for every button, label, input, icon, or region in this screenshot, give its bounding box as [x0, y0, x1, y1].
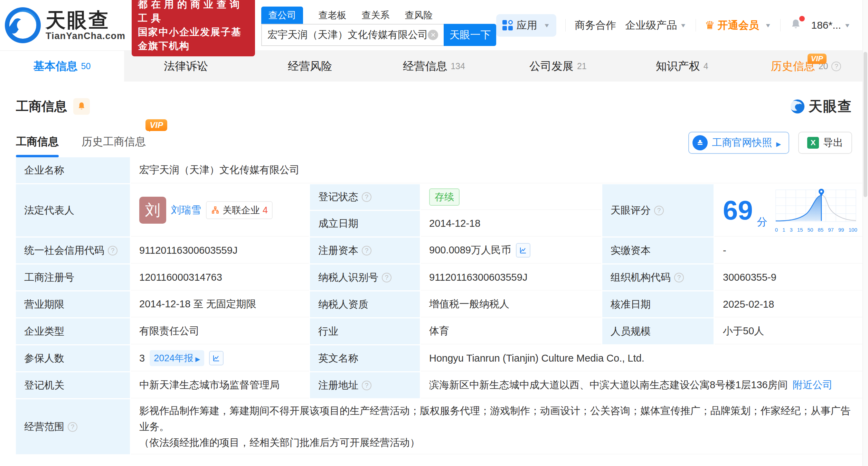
watermark-logo: 天眼查 — [790, 97, 852, 116]
scope-note-text: （依法须经批准的项目，经相关部门批准后方可开展经营活动） — [139, 435, 858, 450]
tab-legal-litigation[interactable]: 法律诉讼 — [124, 51, 248, 82]
tab-label: 经营信息 — [403, 59, 447, 74]
report-label: 2024年报 — [154, 352, 193, 364]
vip-badge: VIP — [145, 119, 167, 131]
help-icon[interactable] — [362, 192, 371, 202]
tianyancha-swirl-icon — [5, 7, 41, 43]
help-icon[interactable] — [674, 273, 684, 282]
field-value-business-scope: 影视作品制作筹建，筹建期间不得开展该项目的生产经营活动；版权服务代理；游戏制作；… — [131, 399, 866, 454]
help-icon[interactable] — [831, 62, 841, 71]
scrollbar-thumb[interactable] — [864, 52, 867, 197]
tab-operating-risk[interactable]: 经营风险 — [248, 51, 372, 82]
section-title: 工商信息 — [16, 98, 67, 115]
tab-intellectual-property[interactable]: 知识产权 4 — [620, 51, 744, 82]
page-scrollbar[interactable] — [862, 0, 868, 466]
nav-vip-label: 开通会员 — [718, 18, 759, 32]
business-info-table: 企业名称 宏宇天润（天津）文化传媒有限公司 法定代表人 刘 刘瑞雪 关联企业 4… — [16, 157, 852, 454]
field-label-company-name: 企业名称 — [16, 157, 130, 183]
help-icon[interactable] — [68, 422, 77, 432]
brand-name: 天眼查 — [46, 9, 125, 31]
help-icon[interactable] — [362, 381, 371, 390]
help-icon[interactable] — [362, 246, 371, 255]
account-phone: 186*... — [811, 19, 841, 31]
field-label-approval-date: 核准日期 — [602, 291, 714, 317]
legal-rep-name-link[interactable]: 刘瑞雪 — [171, 203, 201, 217]
caret-down-icon — [844, 22, 851, 28]
subtab-history-business-info[interactable]: 历史工商信息 VIP — [82, 134, 146, 157]
nav-account[interactable]: 186*... — [811, 19, 851, 31]
promo-line1: 都在用的商业查询工具 — [138, 0, 249, 25]
annual-report-badge[interactable]: 2024年报 — [150, 350, 204, 366]
vip-badge: VIP — [808, 54, 827, 64]
field-label-uscc: 统一社会信用代码 — [16, 237, 130, 263]
scope-main-text: 影视作品制作筹建，筹建期间不得开展该项目的生产经营活动；版权服务代理；游戏制作；… — [139, 403, 858, 435]
trend-icon — [519, 246, 527, 254]
nav-cooperation[interactable]: 商务合作 — [575, 18, 616, 32]
subtab-business-info[interactable]: 工商信息 — [16, 134, 59, 157]
score-value: 69 — [723, 197, 753, 224]
legal-rep-avatar[interactable]: 刘 — [139, 197, 166, 224]
field-label-company-type: 企业类型 — [16, 318, 130, 344]
excel-icon — [807, 137, 819, 149]
insured-trend-button[interactable] — [209, 351, 224, 365]
bell-icon — [76, 101, 87, 112]
help-icon[interactable] — [382, 273, 391, 282]
tab-history-info[interactable]: VIP 历史信息 20 — [744, 51, 868, 82]
field-label-registered-capital: 注册资本 — [310, 237, 420, 263]
divider — [696, 19, 696, 31]
search-tab-company[interactable]: 查公司 — [261, 7, 303, 24]
search-tab-risk[interactable]: 查风险 — [405, 7, 433, 24]
field-value-uscc: 91120116300603559J — [131, 237, 309, 263]
notification-bell[interactable] — [790, 18, 802, 33]
field-label-taxpayer-id: 纳税人识别号 — [310, 264, 420, 290]
clear-icon[interactable] — [428, 30, 438, 40]
field-label-english-name: 英文名称 — [310, 345, 420, 371]
nav-enterprise[interactable]: 企业级产品 — [625, 18, 687, 32]
search-tab-boss[interactable]: 查老板 — [318, 7, 346, 24]
caret-down-icon — [765, 22, 772, 28]
search-input[interactable]: 宏宇天润（天津）文化传媒有限公司 — [261, 24, 444, 46]
field-value-registration-number: 120116000314763 — [131, 264, 309, 290]
help-icon[interactable] — [108, 246, 117, 255]
divider — [565, 19, 566, 31]
stamp-icon — [692, 135, 708, 150]
subtab-label: 历史工商信息 — [82, 136, 146, 148]
tab-count: 21 — [577, 61, 587, 71]
value-text: 3 — [139, 353, 145, 364]
main-content: 工商信息 天眼查 工商信息 历史工商信息 VIP 工商官 — [0, 97, 868, 454]
tab-company-development[interactable]: 公司发展 21 — [496, 51, 620, 82]
score-distribution-chart: 0131550859799100 — [774, 188, 858, 233]
field-value-legal-representative: 刘 刘瑞雪 关联企业 4 — [131, 184, 309, 236]
subscribe-bell-button[interactable] — [73, 98, 90, 115]
top-nav: 应用 商务合作 企业级产品 开通会员 186*... — [496, 14, 851, 37]
label-text: 经营范围 — [24, 420, 64, 434]
field-label-legal-representative: 法定代表人 — [16, 184, 130, 236]
search-tab-relation[interactable]: 查关系 — [361, 7, 389, 24]
tab-label: 公司发展 — [529, 59, 574, 74]
search-button[interactable]: 天眼一下 — [444, 24, 496, 46]
address-text: 滨海新区中新生态城中成大道以西、中滨大道以南生态建设公寓8号楼1层136房间 — [429, 378, 788, 392]
export-button[interactable]: 导出 — [798, 132, 852, 154]
tab-basic-info[interactable]: 基本信息 50 — [0, 51, 124, 82]
nearby-companies-link[interactable]: 附近公司 — [793, 378, 833, 392]
label-text: 登记状态 — [318, 190, 358, 204]
field-value-tianyan-score[interactable]: 69 分 — [715, 184, 866, 236]
capital-trend-button[interactable] — [516, 243, 530, 258]
field-label-registration-number: 工商注册号 — [16, 264, 130, 290]
top-header: 天眼查 TianYanCha.com 都在用的商业查询工具 国家中小企业发展子基… — [0, 0, 868, 50]
field-label-business-scope: 经营范围 — [16, 399, 130, 454]
official-snapshot-button[interactable]: 工商官网快照 — [688, 132, 789, 154]
divider — [780, 19, 781, 31]
nav-apps[interactable]: 应用 — [496, 14, 556, 37]
field-value-approval-date: 2025-02-18 — [715, 291, 866, 317]
tab-business-info[interactable]: 经营信息 134 — [372, 51, 496, 82]
label-text: 天眼评分 — [611, 204, 651, 217]
field-value-company-name: 宏宇天润（天津）文化传媒有限公司 — [131, 157, 866, 183]
tab-label: 经营风险 — [288, 59, 332, 74]
watermark-text: 天眼查 — [809, 97, 852, 116]
help-icon[interactable] — [654, 206, 664, 215]
related-companies-badge[interactable]: 关联企业 4 — [206, 201, 273, 219]
tianyancha-logo[interactable]: 天眼查 TianYanCha.com — [5, 7, 125, 43]
nav-vip-upgrade[interactable]: 开通会员 — [705, 18, 771, 32]
nav-enterprise-label: 企业级产品 — [625, 18, 677, 32]
